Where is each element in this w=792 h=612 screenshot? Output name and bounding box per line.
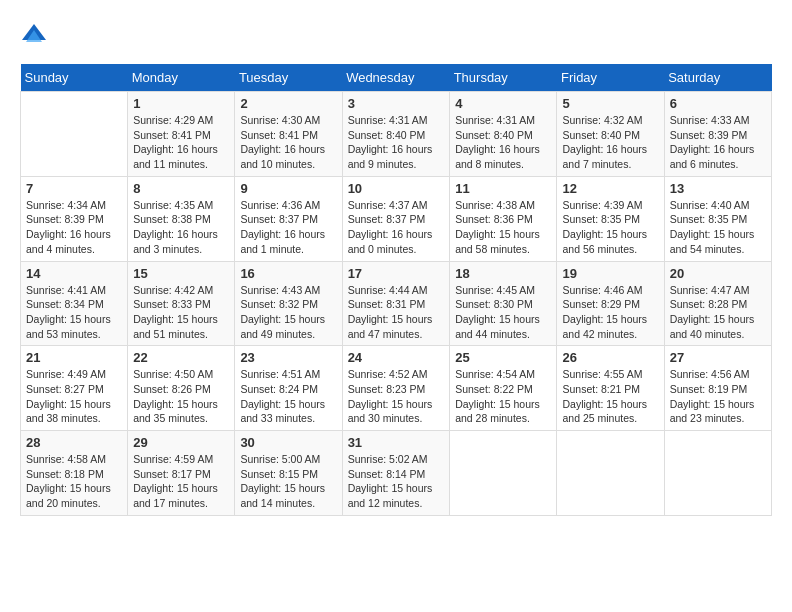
day-number: 20 [670, 266, 766, 281]
day-cell: 18Sunrise: 4:45 AM Sunset: 8:30 PM Dayli… [450, 261, 557, 346]
day-info: Sunrise: 4:33 AM Sunset: 8:39 PM Dayligh… [670, 113, 766, 172]
day-info: Sunrise: 5:02 AM Sunset: 8:14 PM Dayligh… [348, 452, 445, 511]
day-number: 27 [670, 350, 766, 365]
day-cell: 16Sunrise: 4:43 AM Sunset: 8:32 PM Dayli… [235, 261, 342, 346]
day-info: Sunrise: 4:31 AM Sunset: 8:40 PM Dayligh… [455, 113, 551, 172]
day-cell: 3Sunrise: 4:31 AM Sunset: 8:40 PM Daylig… [342, 92, 450, 177]
day-number: 24 [348, 350, 445, 365]
day-number: 13 [670, 181, 766, 196]
week-row-2: 7Sunrise: 4:34 AM Sunset: 8:39 PM Daylig… [21, 176, 772, 261]
day-number: 30 [240, 435, 336, 450]
day-cell: 23Sunrise: 4:51 AM Sunset: 8:24 PM Dayli… [235, 346, 342, 431]
day-cell: 9Sunrise: 4:36 AM Sunset: 8:37 PM Daylig… [235, 176, 342, 261]
day-info: Sunrise: 4:51 AM Sunset: 8:24 PM Dayligh… [240, 367, 336, 426]
day-cell: 15Sunrise: 4:42 AM Sunset: 8:33 PM Dayli… [128, 261, 235, 346]
day-number: 29 [133, 435, 229, 450]
day-cell: 28Sunrise: 4:58 AM Sunset: 8:18 PM Dayli… [21, 431, 128, 516]
day-number: 26 [562, 350, 658, 365]
day-header-sunday: Sunday [21, 64, 128, 92]
day-number: 28 [26, 435, 122, 450]
day-number: 17 [348, 266, 445, 281]
day-info: Sunrise: 4:32 AM Sunset: 8:40 PM Dayligh… [562, 113, 658, 172]
day-number: 1 [133, 96, 229, 111]
day-info: Sunrise: 4:43 AM Sunset: 8:32 PM Dayligh… [240, 283, 336, 342]
day-cell: 30Sunrise: 5:00 AM Sunset: 8:15 PM Dayli… [235, 431, 342, 516]
header-row: SundayMondayTuesdayWednesdayThursdayFrid… [21, 64, 772, 92]
day-number: 5 [562, 96, 658, 111]
day-info: Sunrise: 4:36 AM Sunset: 8:37 PM Dayligh… [240, 198, 336, 257]
week-row-3: 14Sunrise: 4:41 AM Sunset: 8:34 PM Dayli… [21, 261, 772, 346]
day-header-friday: Friday [557, 64, 664, 92]
day-cell: 7Sunrise: 4:34 AM Sunset: 8:39 PM Daylig… [21, 176, 128, 261]
day-header-monday: Monday [128, 64, 235, 92]
day-info: Sunrise: 4:45 AM Sunset: 8:30 PM Dayligh… [455, 283, 551, 342]
day-info: Sunrise: 4:39 AM Sunset: 8:35 PM Dayligh… [562, 198, 658, 257]
day-info: Sunrise: 4:55 AM Sunset: 8:21 PM Dayligh… [562, 367, 658, 426]
day-number: 7 [26, 181, 122, 196]
day-cell: 11Sunrise: 4:38 AM Sunset: 8:36 PM Dayli… [450, 176, 557, 261]
day-cell: 2Sunrise: 4:30 AM Sunset: 8:41 PM Daylig… [235, 92, 342, 177]
day-cell [21, 92, 128, 177]
day-info: Sunrise: 4:46 AM Sunset: 8:29 PM Dayligh… [562, 283, 658, 342]
day-info: Sunrise: 4:50 AM Sunset: 8:26 PM Dayligh… [133, 367, 229, 426]
day-cell: 6Sunrise: 4:33 AM Sunset: 8:39 PM Daylig… [664, 92, 771, 177]
day-info: Sunrise: 4:31 AM Sunset: 8:40 PM Dayligh… [348, 113, 445, 172]
day-info: Sunrise: 4:41 AM Sunset: 8:34 PM Dayligh… [26, 283, 122, 342]
day-number: 6 [670, 96, 766, 111]
day-number: 31 [348, 435, 445, 450]
day-number: 9 [240, 181, 336, 196]
week-row-5: 28Sunrise: 4:58 AM Sunset: 8:18 PM Dayli… [21, 431, 772, 516]
day-number: 14 [26, 266, 122, 281]
logo-icon [20, 20, 48, 48]
day-info: Sunrise: 4:37 AM Sunset: 8:37 PM Dayligh… [348, 198, 445, 257]
day-info: Sunrise: 5:00 AM Sunset: 8:15 PM Dayligh… [240, 452, 336, 511]
day-cell: 27Sunrise: 4:56 AM Sunset: 8:19 PM Dayli… [664, 346, 771, 431]
day-info: Sunrise: 4:54 AM Sunset: 8:22 PM Dayligh… [455, 367, 551, 426]
day-number: 16 [240, 266, 336, 281]
day-cell: 10Sunrise: 4:37 AM Sunset: 8:37 PM Dayli… [342, 176, 450, 261]
week-row-1: 1Sunrise: 4:29 AM Sunset: 8:41 PM Daylig… [21, 92, 772, 177]
day-cell [557, 431, 664, 516]
day-number: 8 [133, 181, 229, 196]
week-row-4: 21Sunrise: 4:49 AM Sunset: 8:27 PM Dayli… [21, 346, 772, 431]
day-cell: 5Sunrise: 4:32 AM Sunset: 8:40 PM Daylig… [557, 92, 664, 177]
day-number: 22 [133, 350, 229, 365]
day-info: Sunrise: 4:34 AM Sunset: 8:39 PM Dayligh… [26, 198, 122, 257]
page-header [20, 20, 772, 48]
day-cell: 20Sunrise: 4:47 AM Sunset: 8:28 PM Dayli… [664, 261, 771, 346]
day-info: Sunrise: 4:38 AM Sunset: 8:36 PM Dayligh… [455, 198, 551, 257]
day-cell: 4Sunrise: 4:31 AM Sunset: 8:40 PM Daylig… [450, 92, 557, 177]
day-info: Sunrise: 4:58 AM Sunset: 8:18 PM Dayligh… [26, 452, 122, 511]
day-info: Sunrise: 4:44 AM Sunset: 8:31 PM Dayligh… [348, 283, 445, 342]
day-info: Sunrise: 4:40 AM Sunset: 8:35 PM Dayligh… [670, 198, 766, 257]
day-cell: 31Sunrise: 5:02 AM Sunset: 8:14 PM Dayli… [342, 431, 450, 516]
calendar-table: SundayMondayTuesdayWednesdayThursdayFrid… [20, 64, 772, 516]
day-cell: 14Sunrise: 4:41 AM Sunset: 8:34 PM Dayli… [21, 261, 128, 346]
day-number: 15 [133, 266, 229, 281]
day-number: 23 [240, 350, 336, 365]
day-cell [664, 431, 771, 516]
day-info: Sunrise: 4:56 AM Sunset: 8:19 PM Dayligh… [670, 367, 766, 426]
day-cell: 17Sunrise: 4:44 AM Sunset: 8:31 PM Dayli… [342, 261, 450, 346]
day-cell: 19Sunrise: 4:46 AM Sunset: 8:29 PM Dayli… [557, 261, 664, 346]
day-number: 11 [455, 181, 551, 196]
day-info: Sunrise: 4:42 AM Sunset: 8:33 PM Dayligh… [133, 283, 229, 342]
day-cell: 8Sunrise: 4:35 AM Sunset: 8:38 PM Daylig… [128, 176, 235, 261]
day-info: Sunrise: 4:29 AM Sunset: 8:41 PM Dayligh… [133, 113, 229, 172]
day-number: 10 [348, 181, 445, 196]
day-cell: 21Sunrise: 4:49 AM Sunset: 8:27 PM Dayli… [21, 346, 128, 431]
day-cell: 13Sunrise: 4:40 AM Sunset: 8:35 PM Dayli… [664, 176, 771, 261]
day-number: 3 [348, 96, 445, 111]
day-info: Sunrise: 4:30 AM Sunset: 8:41 PM Dayligh… [240, 113, 336, 172]
day-info: Sunrise: 4:47 AM Sunset: 8:28 PM Dayligh… [670, 283, 766, 342]
day-cell: 29Sunrise: 4:59 AM Sunset: 8:17 PM Dayli… [128, 431, 235, 516]
day-number: 4 [455, 96, 551, 111]
day-header-tuesday: Tuesday [235, 64, 342, 92]
day-info: Sunrise: 4:35 AM Sunset: 8:38 PM Dayligh… [133, 198, 229, 257]
day-number: 25 [455, 350, 551, 365]
day-cell [450, 431, 557, 516]
day-number: 18 [455, 266, 551, 281]
day-info: Sunrise: 4:59 AM Sunset: 8:17 PM Dayligh… [133, 452, 229, 511]
day-info: Sunrise: 4:49 AM Sunset: 8:27 PM Dayligh… [26, 367, 122, 426]
day-cell: 12Sunrise: 4:39 AM Sunset: 8:35 PM Dayli… [557, 176, 664, 261]
